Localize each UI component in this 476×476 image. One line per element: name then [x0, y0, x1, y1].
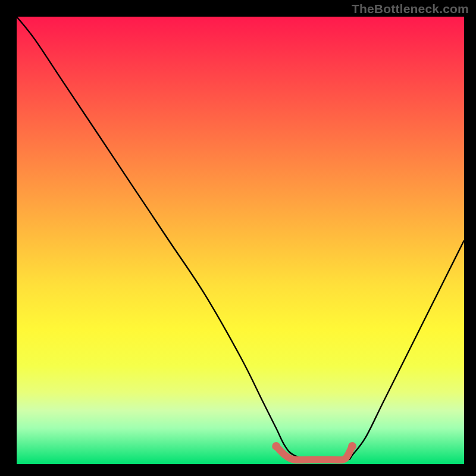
- plot-area: [17, 17, 464, 464]
- highlight-dot-right: [348, 442, 356, 450]
- chart-container: TheBottleneck.com: [0, 0, 476, 476]
- bottleneck-curve: [17, 17, 464, 460]
- highlight-dot-left: [272, 442, 280, 450]
- watermark-text: TheBottleneck.com: [352, 2, 469, 16]
- highlight-band: [276, 446, 352, 460]
- chart-svg: [17, 17, 464, 464]
